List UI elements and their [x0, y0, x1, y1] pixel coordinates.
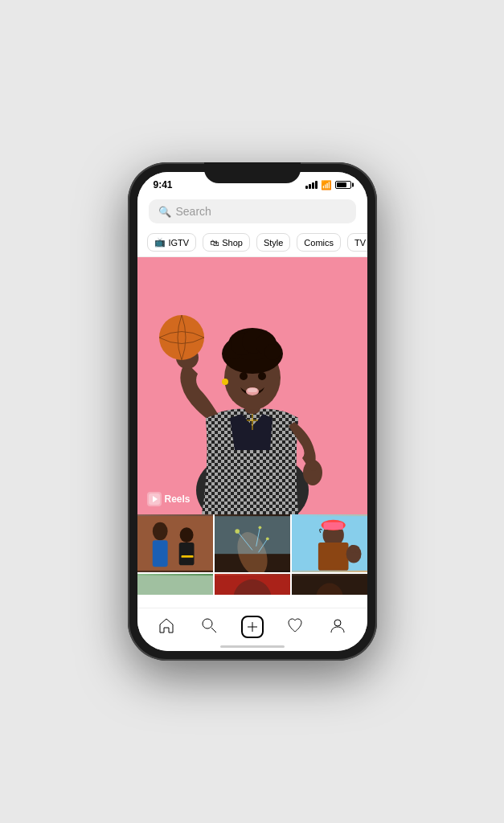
- signal-icon: [305, 181, 318, 189]
- reels-badge: Reels: [147, 492, 191, 506]
- bottom-nav: [137, 608, 367, 651]
- svg-point-16: [222, 379, 228, 385]
- grid-thumb-1[interactable]: [137, 514, 213, 572]
- category-style[interactable]: Style: [256, 233, 290, 252]
- content-area: Reels: [137, 257, 367, 595]
- category-igtv-label: IGTV: [169, 238, 190, 248]
- svg-rect-45: [318, 543, 348, 571]
- grid-thumb-3[interactable]: [292, 514, 367, 572]
- svg-rect-49: [137, 575, 213, 595]
- svg-line-65: [211, 628, 216, 633]
- add-icon: [241, 616, 264, 638]
- nav-search[interactable]: [188, 616, 231, 637]
- thumb4-svg: [137, 574, 213, 595]
- category-igtv[interactable]: 📺 IGTV: [147, 233, 197, 252]
- svg-point-27: [152, 522, 167, 541]
- category-tv-movies[interactable]: TV & Movie: [347, 233, 367, 252]
- hero-person: [137, 257, 367, 514]
- svg-point-11: [264, 344, 281, 360]
- grid-thumb-5[interactable]: [215, 574, 290, 595]
- svg-rect-31: [181, 555, 193, 558]
- phone-frame: 9:41 📶 🔍 Search: [128, 162, 377, 661]
- home-indicator: [220, 645, 285, 648]
- svg-rect-15: [248, 388, 257, 392]
- svg-rect-48: [354, 547, 359, 553]
- svg-rect-28: [152, 540, 167, 567]
- reels-play-icon: [149, 493, 160, 505]
- category-shop-label: Shop: [222, 238, 243, 248]
- svg-rect-44: [323, 522, 342, 530]
- svg-rect-40: [215, 516, 290, 554]
- nav-profile[interactable]: [316, 616, 359, 637]
- svg-point-20: [159, 315, 204, 360]
- grid-thumb-2[interactable]: [215, 514, 290, 572]
- nav-home[interactable]: [145, 616, 188, 637]
- grid-thumb-6[interactable]: [292, 574, 367, 595]
- svg-rect-47: [350, 545, 354, 552]
- nav-add[interactable]: [231, 616, 273, 638]
- heart-icon: [286, 616, 304, 637]
- svg-point-13: [258, 372, 266, 380]
- search-placeholder: Search: [176, 205, 211, 218]
- svg-point-12: [240, 372, 248, 380]
- category-comics[interactable]: Comics: [297, 233, 341, 252]
- grid-thumb-4[interactable]: [137, 574, 213, 595]
- svg-point-64: [203, 619, 212, 629]
- person-svg: [137, 257, 367, 514]
- status-time: 9:41: [154, 179, 173, 190]
- thumb6-svg: [292, 574, 367, 595]
- category-style-label: Style: [264, 238, 283, 248]
- hero-image: Reels: [137, 257, 367, 514]
- svg-point-29: [179, 527, 193, 543]
- category-shop[interactable]: 🛍 Shop: [203, 233, 250, 252]
- svg-rect-22: [310, 460, 317, 471]
- thumb2-svg: [215, 514, 290, 572]
- phone-screen: 9:41 📶 🔍 Search: [137, 172, 367, 651]
- notch: [204, 162, 301, 183]
- battery-icon: [335, 181, 351, 189]
- thumb3-svg: [292, 514, 367, 572]
- category-comics-label: Comics: [304, 238, 334, 248]
- search-icon: 🔍: [158, 206, 171, 218]
- status-icons: 📶: [305, 180, 351, 190]
- search-input[interactable]: 🔍 Search: [149, 199, 356, 223]
- category-tv-label: TV & Movie: [354, 238, 367, 248]
- profile-icon: [329, 616, 346, 637]
- categories-bar: 📺 IGTV 🛍 Shop Style Comics TV & Movie: [137, 228, 367, 257]
- wifi-icon: 📶: [321, 180, 332, 190]
- reels-label: Reels: [165, 493, 191, 505]
- svg-point-68: [334, 620, 341, 626]
- search-bar-container: 🔍 Search: [137, 194, 367, 228]
- thumb5-svg: [215, 574, 290, 595]
- shop-icon: 🛍: [210, 238, 219, 248]
- reels-icon: [147, 492, 162, 506]
- svg-rect-30: [178, 543, 194, 565]
- nav-activity[interactable]: [273, 616, 316, 637]
- svg-rect-26: [137, 516, 213, 571]
- search-nav-icon: [200, 616, 218, 637]
- thumb1-svg: [137, 514, 213, 572]
- home-icon: [158, 616, 175, 637]
- grid-section: [137, 514, 367, 595]
- igtv-icon: 📺: [154, 237, 166, 248]
